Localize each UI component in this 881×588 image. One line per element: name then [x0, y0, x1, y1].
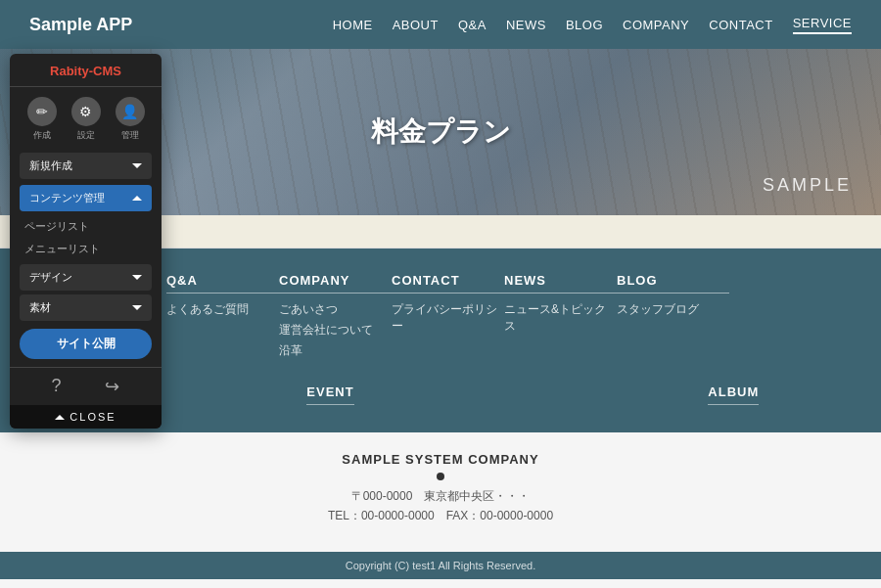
cms-settings-label: 設定 [77, 129, 95, 142]
footer-col-qa-title: Q&A [166, 273, 279, 294]
footer-blog-item-1[interactable]: スタッフブログ [617, 301, 729, 318]
footer-col-blog: BLOG スタッフブログ [617, 273, 729, 363]
nav-company[interactable]: COMPANY [623, 18, 689, 32]
footer-company-item-2[interactable]: 運営会社について [279, 322, 392, 339]
cms-close-button[interactable]: CLOSE [10, 405, 162, 429]
footer-company-item-1[interactable]: ごあいさつ [279, 301, 392, 318]
footer-col2-album: ALBUM [708, 383, 842, 413]
footer-col-company: COMPANY ごあいさつ 運営会社について 沿革 [279, 273, 392, 363]
cms-design-label: デザイン [29, 270, 72, 285]
main-nav: HOME ABOUT Q&A NEWS BLOG COMPANY CONTACT… [333, 16, 852, 34]
nav-about[interactable]: ABOUT [393, 18, 439, 32]
cms-close-chevron [55, 415, 65, 420]
nav-service[interactable]: SERVICE [793, 16, 852, 34]
footer-address: 〒000-0000 東京都中央区・・・ [20, 488, 861, 505]
footer-copyright: Copyright (C) test1 All Rights Reserved. [0, 552, 881, 579]
cms-design-chevron [132, 275, 142, 280]
cms-page-list-item[interactable]: ページリスト [10, 215, 162, 238]
hero-sample-label: SAMPLE [763, 175, 852, 196]
footer-col-company-title: COMPANY [279, 273, 392, 294]
cms-new-create-button[interactable]: 新規作成 [20, 153, 152, 179]
hero-title: 料金プラン [371, 113, 511, 151]
nav-blog[interactable]: BLOG [566, 18, 603, 32]
footer-col2-event: EVENT [306, 383, 440, 413]
cms-icons-row: ✏ 作成 ⚙ 設定 👤 管理 [10, 87, 162, 147]
cms-content-manage-button[interactable]: コンテンツ管理 [20, 185, 152, 211]
cms-logout-icon[interactable]: ↪ [105, 376, 119, 397]
footer-col-blog-title: BLOG [617, 273, 729, 294]
nav-home[interactable]: HOME [333, 18, 373, 32]
footer-company-name: SAMPLE SYSTEM COMPANY [20, 452, 861, 467]
cms-icon-create[interactable]: ✏ 作成 [27, 97, 57, 142]
footer-tel-fax: TEL：00-0000-0000 FAX：00-0000-0000 [20, 508, 861, 524]
cms-bottom-icons-row: ? ↪ [10, 367, 162, 405]
cms-menu-list-item[interactable]: メニューリスト [10, 238, 162, 260]
cms-panel: Rabity-CMS ✏ 作成 ⚙ 設定 👤 管理 新規作成 コンテンツ管理 ペ… [10, 54, 162, 429]
cms-logo: Rabity-CMS [10, 64, 162, 87]
cms-content-manage-chevron [132, 196, 142, 201]
site-logo: Sample APP [29, 15, 132, 35]
footer-company-item-3[interactable]: 沿革 [279, 342, 392, 359]
cms-material-chevron [132, 305, 142, 310]
footer-col2-empty2 [440, 383, 575, 413]
cms-settings-icon: ⚙ [71, 97, 101, 126]
cms-icon-settings[interactable]: ⚙ 設定 [71, 97, 101, 142]
cms-create-label: 作成 [33, 129, 51, 142]
cms-new-create-chevron [132, 163, 142, 168]
cms-help-icon[interactable]: ? [51, 376, 61, 397]
footer-bottom: SAMPLE SYSTEM COMPANY 〒000-0000 東京都中央区・・… [0, 432, 881, 552]
footer-news-item-1[interactable]: ニュース&トピックス [504, 301, 617, 335]
cms-design-button[interactable]: デザイン [20, 264, 152, 291]
cms-close-label: CLOSE [70, 411, 116, 423]
cms-publish-button[interactable]: サイト公開 [20, 329, 152, 359]
footer-col2-event-title: EVENT [306, 384, 353, 405]
cms-new-create-label: 新規作成 [29, 158, 72, 173]
nav-contact[interactable]: CONTACT [709, 18, 772, 32]
footer-dot [437, 473, 444, 480]
footer-contact-item-1[interactable]: プライバシーポリシー [392, 301, 504, 335]
nav-qa[interactable]: Q&A [458, 18, 487, 32]
nav-news[interactable]: NEWS [506, 18, 546, 32]
footer-col-news-title: NEWS [504, 273, 617, 294]
cms-icon-manage[interactable]: 👤 管理 [116, 97, 145, 142]
footer-col2-empty3 [575, 383, 709, 413]
header: Sample APP HOME ABOUT Q&A NEWS BLOG COMP… [0, 0, 881, 49]
footer-col-contact-title: CONTACT [392, 273, 504, 294]
footer-col2-album-title: ALBUM [708, 384, 759, 405]
cms-create-icon: ✏ [27, 97, 57, 126]
footer-col-qa: Q&A よくあるご質問 [166, 273, 279, 363]
cms-logo-text: Rabity-CMS [50, 64, 121, 78]
footer-col2-empty1 [173, 383, 307, 413]
cms-manage-label: 管理 [121, 129, 139, 142]
cms-content-manage-label: コンテンツ管理 [29, 191, 105, 205]
footer-qa-item-1[interactable]: よくあるご質問 [166, 301, 279, 318]
footer-col-contact: CONTACT プライバシーポリシー [392, 273, 504, 363]
cms-material-button[interactable]: 素材 [20, 294, 152, 321]
cms-material-label: 素材 [29, 300, 51, 315]
footer-col-news: NEWS ニュース&トピックス [504, 273, 617, 363]
cms-manage-icon: 👤 [116, 97, 145, 126]
